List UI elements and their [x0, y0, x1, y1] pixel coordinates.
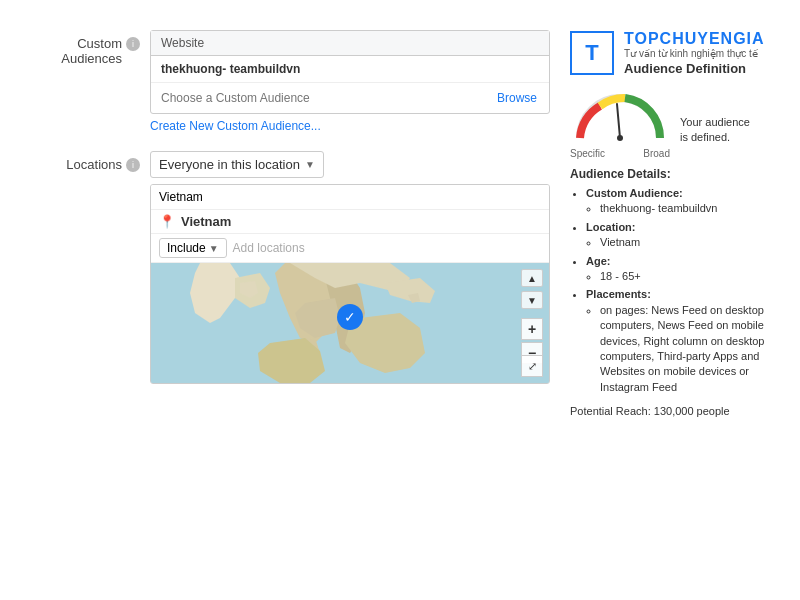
include-button[interactable]: Include ▼	[159, 238, 227, 258]
potential-reach: Potential Reach: 130,000 people	[570, 405, 780, 417]
audience-defined-text: Your audience is defined.	[680, 115, 760, 144]
include-label: Include	[167, 241, 206, 255]
broad-label: Broad	[643, 148, 670, 159]
map-controls-row: Include ▼ Add locations	[151, 234, 549, 263]
locations-content: Everyone in this location ▼ 📍 Vietnam	[150, 151, 550, 384]
locations-info-icon[interactable]: i	[126, 158, 140, 172]
custom-audiences-content: Website thekhuong- teambuildvn Browse Cr…	[150, 30, 550, 133]
browse-button[interactable]: Browse	[491, 89, 543, 107]
list-item: Age: 18 - 65+	[586, 254, 780, 285]
brand-header: T TOPCHUYENGIA Tư vấn từ kinh nghiệm thự…	[570, 30, 780, 76]
map-expand-button[interactable]: ⤢	[521, 355, 543, 377]
pin-icon: 📍	[159, 214, 175, 229]
audience-details: Audience Details: Custom Audience: thekh…	[570, 167, 780, 395]
add-locations-placeholder: Add locations	[233, 241, 305, 255]
audience-input-row: Browse	[151, 83, 549, 113]
list-item: Custom Audience: thekhuong- teambuildvn	[586, 186, 780, 217]
include-dropdown-arrow-icon: ▼	[209, 243, 219, 254]
locations-row: Locations i Everyone in this location ▼	[20, 151, 550, 384]
list-item: 18 - 65+	[600, 269, 780, 284]
create-audience-link[interactable]: Create New Custom Audience...	[150, 119, 550, 133]
map-location-row: 📍 Vietnam	[151, 210, 549, 234]
location-dropdown-label: Everyone in this location	[159, 157, 300, 172]
audiences-box: Website thekhuong- teambuildvn Browse	[150, 30, 550, 114]
dropdown-arrow-icon: ▼	[305, 159, 315, 170]
map-box: 📍 Vietnam Include ▼ Add locations	[150, 184, 550, 384]
custom-audiences-label: Custom Audiences i	[20, 30, 140, 66]
map-visual: ✓ ▲ ▼ + − ⤢	[151, 263, 549, 383]
audiences-box-header: Website	[151, 31, 549, 56]
website-tag-row: thekhuong- teambuildvn	[151, 56, 549, 83]
audience-details-list: Custom Audience: thekhuong- teambuildvn …	[570, 186, 780, 395]
gauge-container: Your audience is defined. Specific Broad	[570, 88, 780, 159]
custom-audience-input[interactable]	[157, 87, 491, 109]
list-item: Vietnam	[600, 235, 780, 250]
brand-text: TOPCHUYENGIA Tư vấn từ kinh nghiệm thực …	[624, 30, 765, 76]
svg-line-13	[617, 104, 620, 138]
custom-audiences-row: Custom Audiences i Website thekhuong- te…	[20, 30, 550, 133]
map-scroll-down-button[interactable]: ▼	[521, 291, 543, 309]
audience-details-title: Audience Details:	[570, 167, 780, 181]
list-item: thekhuong- teambuildvn	[600, 201, 780, 216]
list-item: on pages: News Feed on desktop computers…	[600, 303, 780, 395]
audience-definition-title: Audience Definition	[624, 61, 765, 76]
list-item: Placements: on pages: News Feed on deskt…	[586, 287, 780, 395]
location-vietnam: Vietnam	[181, 214, 231, 229]
map-search-input[interactable]	[159, 190, 541, 204]
map-search-row	[151, 185, 549, 210]
gauge-svg	[570, 88, 670, 144]
brand-name: TOPCHUYENGIA	[624, 30, 765, 48]
right-panel: T TOPCHUYENGIA Tư vấn từ kinh nghiệm thự…	[570, 20, 780, 580]
gauge-labels: Specific Broad	[570, 148, 670, 159]
list-item: Location: Vietnam	[586, 220, 780, 251]
svg-point-14	[617, 135, 623, 141]
map-marker: ✓	[337, 304, 363, 330]
brand-logo: T	[570, 31, 614, 75]
left-panel: Custom Audiences i Website thekhuong- te…	[20, 20, 550, 580]
locations-label: Locations i	[20, 151, 140, 172]
specific-label: Specific	[570, 148, 605, 159]
map-zoom-in-button[interactable]: +	[521, 318, 543, 340]
gauge-wrapper: Your audience is defined.	[570, 88, 760, 144]
brand-subtitle: Tư vấn từ kinh nghiệm thực tế	[624, 48, 765, 59]
map-scroll-up-button[interactable]: ▲	[521, 269, 543, 287]
location-dropdown[interactable]: Everyone in this location ▼	[150, 151, 324, 178]
custom-audiences-info-icon[interactable]: i	[126, 37, 140, 51]
website-tag-value: thekhuong- teambuildvn	[161, 62, 300, 76]
